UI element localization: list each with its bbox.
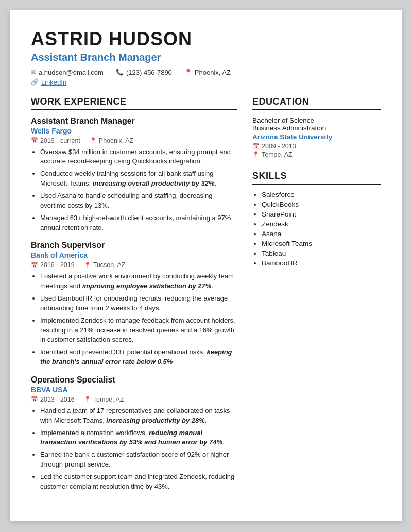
linkedin-contact: 🔗 LinkedIn	[31, 78, 66, 86]
bullet-3-1: Handled a team of 17 representatives and…	[40, 406, 237, 426]
left-column: WORK EXPERIENCE Assistant Branch Manager…	[31, 96, 237, 500]
job-block-3: Operations Specialist BBVA USA 📅 2013 - …	[31, 375, 237, 492]
email-value: a.hudson@email.com	[39, 69, 104, 76]
edu-calendar-icon: 📅	[252, 143, 260, 149]
job-location-3: 📍 Tempe, AZ	[84, 396, 124, 403]
company-name-1: Wells Fargo	[31, 127, 237, 135]
skills-title: SKILLS	[252, 171, 381, 185]
skills-section: SKILLS Salesforce QuickBooks SharePoint …	[252, 171, 381, 267]
contact-row-1: ✉ a.hudson@email.com 📞 (123) 456-7890 📍 …	[31, 69, 381, 76]
bullet-2-2: Used BambooHR for onboarding recruits, r…	[40, 294, 237, 313]
calendar-icon-1: 📅	[31, 137, 38, 144]
job-title-3: Operations Specialist	[31, 375, 237, 385]
education-section: EDUCATION Bachelor of Science Business A…	[252, 96, 381, 158]
bullet-3-4: Led the customer support team and integr…	[40, 472, 237, 492]
edu-period: 📅 2009 - 2013	[252, 143, 381, 150]
edu-location-text: Tempe, AZ	[262, 151, 293, 158]
location-text-1: Phoenix, AZ	[99, 137, 133, 144]
skill-bamboohr: BambooHR	[262, 259, 381, 267]
calendar-icon-2: 📅	[31, 262, 38, 269]
skill-salesforce: Salesforce	[262, 191, 381, 198]
edu-pin-icon: 📍	[252, 151, 260, 158]
edu-meta: 📅 2009 - 2013 📍 Tempe, AZ	[252, 143, 381, 158]
job-period-1: 📅 2019 - current	[31, 137, 80, 144]
bullet-2-4: Identified and prevented 33+ potential o…	[40, 347, 237, 367]
phone-value: (123) 456-7890	[126, 69, 172, 76]
candidate-name: ASTRID HUDSON	[31, 29, 381, 49]
period-text-1: 2019 - current	[40, 137, 80, 144]
email-icon: ✉	[31, 69, 36, 76]
period-text-3: 2013 - 2016	[40, 396, 75, 403]
email-contact: ✉ a.hudson@email.com	[31, 69, 104, 76]
header-section: ASTRID HUDSON Assistant Branch Manager ✉…	[31, 29, 381, 86]
location-text-2: Tucson, AZ	[93, 261, 126, 269]
job-meta-1: 📅 2019 - current 📍 Phoenix, AZ	[31, 137, 237, 144]
job-period-3: 📅 2013 - 2016	[31, 396, 75, 403]
edu-university: Arizona State University	[252, 133, 381, 141]
bullet-list-2: Fostered a positive work environment by …	[31, 272, 237, 367]
job-meta-2: 📅 2016 - 2019 📍 Tucson, AZ	[31, 261, 237, 269]
calendar-icon-3: 📅	[31, 396, 38, 403]
candidate-title: Assistant Branch Manager	[31, 52, 381, 63]
location-icon: 📍	[184, 69, 192, 76]
bullet-list-3: Handled a team of 17 representatives and…	[31, 406, 237, 492]
edu-period-text: 2009 - 2013	[262, 143, 296, 150]
bullet-2-1: Fostered a positive work environment by …	[40, 272, 237, 291]
pin-icon-1: 📍	[90, 137, 97, 144]
phone-contact: 📞 (123) 456-7890	[116, 69, 172, 76]
linkedin-link[interactable]: LinkedIn	[41, 78, 66, 86]
right-column: EDUCATION Bachelor of Science Business A…	[252, 96, 381, 500]
bullet-1-2: Conducted weekly training sessions for a…	[40, 169, 237, 189]
bullet-1-4: Managed 63+ high-net-worth client accoun…	[40, 213, 237, 233]
edu-degree: Bachelor of Science	[252, 117, 381, 124]
bullet-1-1: Oversaw $34 million in customer accounts…	[40, 147, 237, 167]
edu-location: 📍 Tempe, AZ	[252, 151, 381, 158]
job-location-1: 📍 Phoenix, AZ	[90, 137, 133, 144]
bullet-1-3: Used Asana to handle scheduling and staf…	[40, 191, 237, 211]
bullet-list-1: Oversaw $34 million in customer accounts…	[31, 147, 237, 233]
skill-tableau: Tableau	[262, 250, 381, 257]
job-meta-3: 📅 2013 - 2016 📍 Tempe, AZ	[31, 396, 237, 403]
location-text-3: Tempe, AZ	[93, 396, 124, 403]
company-name-2: Bank of America	[31, 251, 237, 259]
skill-quickbooks: QuickBooks	[262, 201, 381, 208]
skill-microsoft-teams: Microsoft Teams	[262, 240, 381, 247]
education-title: EDUCATION	[252, 96, 381, 110]
bullet-2-3: Implemented Zendesk to manage feedback f…	[40, 316, 237, 345]
skill-sharepoint: SharePoint	[262, 210, 381, 218]
bullet-3-3: Earned the bank a customer satisfaction …	[40, 450, 237, 470]
bullet-3-2: Implemented automation workflows, reduci…	[40, 428, 237, 448]
job-location-2: 📍 Tucson, AZ	[84, 261, 126, 269]
pin-icon-2: 📍	[84, 262, 91, 269]
job-title-2: Branch Supervisor	[31, 241, 237, 250]
period-text-2: 2016 - 2019	[40, 261, 75, 269]
linkedin-icon: 🔗	[31, 78, 39, 86]
work-experience-title: WORK EXPERIENCE	[31, 96, 237, 110]
skills-list: Salesforce QuickBooks SharePoint Zendesk…	[252, 191, 381, 267]
job-block-1: Assistant Branch Manager Wells Fargo 📅 2…	[31, 117, 237, 233]
job-period-2: 📅 2016 - 2019	[31, 261, 75, 269]
phone-icon: 📞	[116, 69, 124, 76]
contact-row-2: 🔗 LinkedIn	[31, 78, 381, 86]
pin-icon-3: 📍	[84, 396, 91, 403]
company-name-3: BBVA USA	[31, 386, 237, 394]
job-title-1: Assistant Branch Manager	[31, 117, 237, 126]
job-block-2: Branch Supervisor Bank of America 📅 2016…	[31, 241, 237, 367]
main-content: WORK EXPERIENCE Assistant Branch Manager…	[31, 96, 381, 500]
resume-container: ASTRID HUDSON Assistant Branch Manager ✉…	[10, 10, 402, 521]
edu-field: Business Administration	[252, 124, 381, 132]
location-contact: 📍 Phoenix, AZ	[184, 69, 231, 76]
skill-zendesk: Zendesk	[262, 220, 381, 228]
location-value: Phoenix, AZ	[195, 69, 231, 76]
skill-asana: Asana	[262, 230, 381, 238]
